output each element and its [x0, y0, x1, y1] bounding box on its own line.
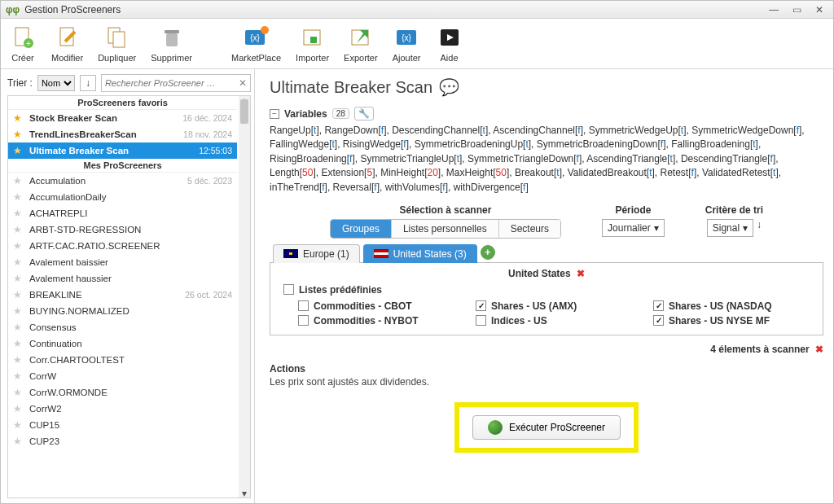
execute-proscreener-button[interactable]: Exécuter ProScreener: [472, 415, 621, 440]
right-panel: Ultimate Breaker Scan 💬 − Variables 28 🔧…: [255, 69, 833, 503]
list-checkbox[interactable]: Shares - US NYSE MF: [653, 315, 814, 327]
criteria-direction-button[interactable]: ↓: [757, 219, 762, 237]
globe-icon: [488, 420, 503, 435]
collapse-variables-button[interactable]: −: [270, 109, 279, 119]
sort-direction-button[interactable]: ↓: [80, 75, 96, 91]
star-icon[interactable]: ★: [13, 224, 24, 235]
toolbar-create[interactable]: + Créer: [9, 20, 37, 63]
list-item-name: CorrW.ORMONDE: [29, 388, 232, 397]
scroll-down-icon[interactable]: ▾: [239, 488, 250, 498]
list-item[interactable]: ★CUP15: [8, 417, 237, 433]
star-icon[interactable]: ★: [13, 403, 24, 414]
checkbox-icon: [653, 315, 664, 326]
clear-search-icon[interactable]: ✕: [239, 77, 247, 89]
list-item[interactable]: ★Accumulation5 déc. 2023: [8, 173, 237, 189]
toolbar-duplicate[interactable]: Dupliquer: [98, 20, 136, 63]
search-input-wrap[interactable]: ✕: [101, 74, 251, 92]
star-icon[interactable]: ★: [13, 289, 24, 300]
star-icon[interactable]: ★: [13, 387, 24, 398]
list-item[interactable]: ★ARBT-STD-REGRESSION: [8, 221, 237, 238]
app-logo-icon: φφ: [6, 4, 20, 15]
clear-selection-icon[interactable]: ✖: [815, 344, 823, 355]
list-item[interactable]: ★Avalement baissier: [8, 254, 237, 270]
toolbar-marketplace[interactable]: {x} MarketPlace: [231, 20, 281, 63]
star-icon[interactable]: ★: [13, 305, 24, 317]
list-checkbox[interactable]: Shares - US (NASDAQ: [653, 300, 814, 312]
list-item[interactable]: ★CorrW2: [8, 401, 237, 417]
toolbar-export[interactable]: Exporter: [344, 20, 378, 63]
star-icon[interactable]: ★: [13, 419, 24, 431]
list-checkbox[interactable]: Commodities - CBOT: [298, 300, 459, 312]
star-icon[interactable]: ★: [13, 208, 24, 219]
list-item[interactable]: ★Corr.CHARTOOLTEST: [8, 352, 237, 368]
search-input[interactable]: [105, 78, 239, 88]
close-button[interactable]: ✕: [810, 3, 828, 16]
list-item[interactable]: ★TrendLinesBreakerScan18 nov. 2024: [8, 126, 237, 142]
sort-select[interactable]: Nom: [37, 75, 75, 91]
list-item[interactable]: ★CUP23: [8, 433, 237, 449]
list-item[interactable]: ★BUYING.NORMALIZED: [8, 303, 237, 319]
list-item[interactable]: ★Continuation: [8, 335, 237, 352]
scrollbar[interactable]: ▴ ▾: [239, 96, 250, 497]
region-tabs: Europe (1) United States (3) +: [270, 243, 823, 263]
star-icon[interactable]: ★: [13, 145, 24, 156]
toolbar-help[interactable]: Aide: [436, 20, 463, 63]
criteria-dropdown[interactable]: Signal▾: [707, 219, 753, 237]
list-item-name: Corr.CHARTOOLTEST: [29, 355, 232, 365]
tab-europe[interactable]: Europe (1): [273, 244, 360, 263]
star-icon[interactable]: ★: [13, 240, 24, 252]
tab-united-states[interactable]: United States (3): [363, 244, 477, 263]
period-dropdown[interactable]: Journalier▾: [602, 219, 665, 237]
list-item[interactable]: ★Avalement haussier: [8, 270, 237, 287]
star-icon[interactable]: ★: [13, 256, 24, 268]
star-icon[interactable]: ★: [13, 338, 24, 349]
minimize-button[interactable]: —: [765, 3, 783, 16]
star-icon[interactable]: ★: [13, 273, 24, 284]
seg-secteurs[interactable]: Secteurs: [498, 220, 560, 238]
file-new-icon: +: [9, 24, 37, 51]
seg-groupes[interactable]: Groupes: [331, 220, 391, 238]
checkbox-label: Indices - US: [491, 315, 547, 327]
list-item[interactable]: ★ACHATREPLI: [8, 205, 237, 221]
flag-eu-icon: [283, 249, 298, 258]
list-item[interactable]: ★ARTF.CAC.RATIO.SCREENER: [8, 238, 237, 254]
list-item[interactable]: ★BREAKLINE26 oct. 2024: [8, 287, 237, 303]
list-item[interactable]: ★CorrW: [8, 368, 237, 384]
list-section-header: ProScreeners favoris: [8, 96, 237, 110]
svg-rect-8: [165, 30, 179, 33]
star-icon[interactable]: ★: [13, 191, 24, 203]
predefined-lists-toggle[interactable]: Listes prédéfinies: [283, 284, 814, 296]
list-checkbox[interactable]: Commodities - NYBOT: [298, 315, 459, 327]
scroll-thumb[interactable]: [240, 99, 248, 124]
toolbar-delete[interactable]: Supprimer: [151, 20, 192, 63]
list-checkbox[interactable]: Shares - US (AMX): [476, 300, 637, 312]
list-item[interactable]: ★Stock Breaker Scan16 déc. 2024: [8, 110, 237, 126]
list-item[interactable]: ★AccumulationDaily: [8, 189, 237, 205]
list-checkbox[interactable]: Indices - US: [476, 315, 637, 327]
star-icon[interactable]: ★: [13, 112, 24, 124]
list-item-name: BREAKLINE: [29, 290, 180, 300]
list-item[interactable]: ★Consensus: [8, 319, 237, 335]
criteria-label: Critère de tri: [705, 204, 763, 216]
add-tab-button[interactable]: +: [481, 245, 495, 260]
star-icon[interactable]: ★: [13, 175, 24, 186]
toolbar-modify[interactable]: Modifier: [51, 20, 83, 63]
star-icon[interactable]: ★: [13, 436, 24, 447]
list-item[interactable]: ★CorrW.ORMONDE: [8, 384, 237, 401]
remove-region-icon[interactable]: ✖: [577, 268, 585, 279]
toolbar-import[interactable]: Importer: [296, 20, 329, 63]
toolbar-add[interactable]: {x} Ajouter: [393, 20, 421, 63]
star-icon[interactable]: ★: [13, 354, 24, 366]
comment-icon[interactable]: 💬: [439, 77, 459, 97]
star-icon[interactable]: ★: [13, 370, 24, 382]
checkbox-icon: [476, 315, 486, 326]
settings-icon[interactable]: 🔧: [354, 107, 374, 121]
svg-point-11: [261, 26, 269, 34]
star-icon[interactable]: ★: [13, 129, 24, 140]
seg-listes[interactable]: Listes personnelles: [391, 220, 498, 238]
marketplace-icon: {x}: [243, 24, 270, 51]
star-icon[interactable]: ★: [13, 322, 24, 333]
app-window: φφ Gestion ProScreeners — ▭ ✕ + Créer Mo…: [0, 0, 834, 504]
maximize-button[interactable]: ▭: [788, 3, 805, 16]
list-item[interactable]: ★Ultimate Breaker Scan12:55:03: [8, 142, 237, 159]
